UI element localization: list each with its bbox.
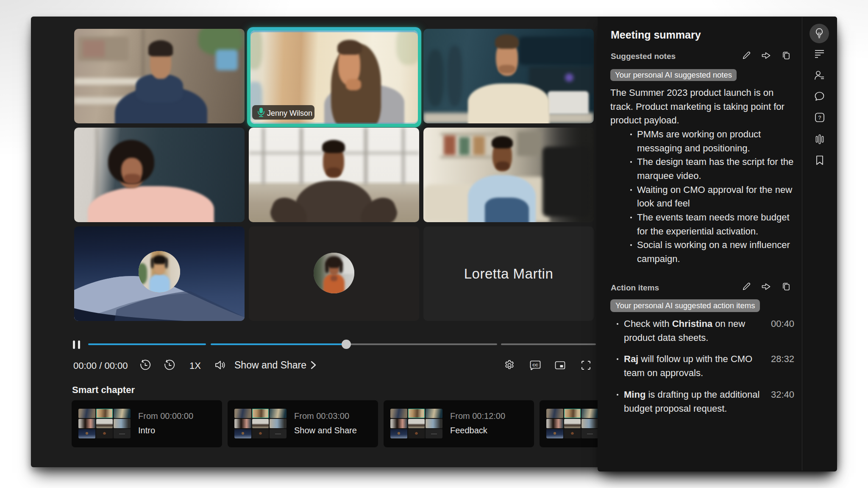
svg-text:CC: CC — [532, 363, 538, 367]
svg-text:?: ? — [818, 115, 821, 121]
